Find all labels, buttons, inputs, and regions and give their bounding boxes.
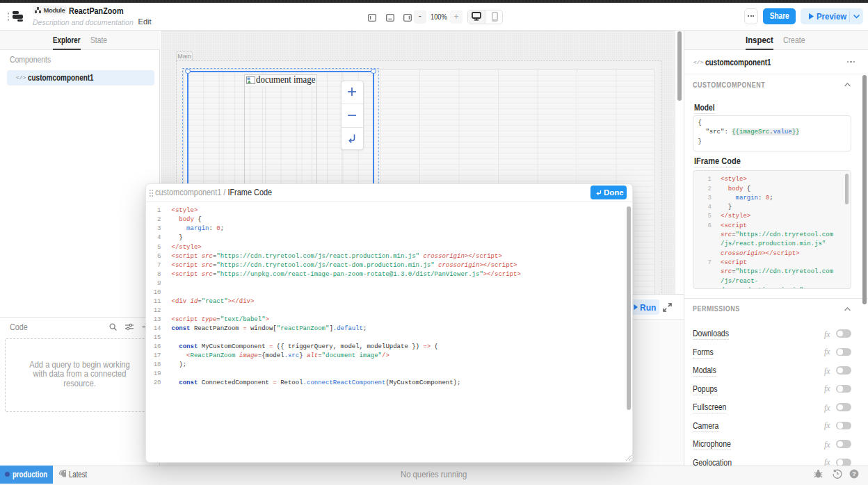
- svg-text:?: ?: [852, 470, 856, 477]
